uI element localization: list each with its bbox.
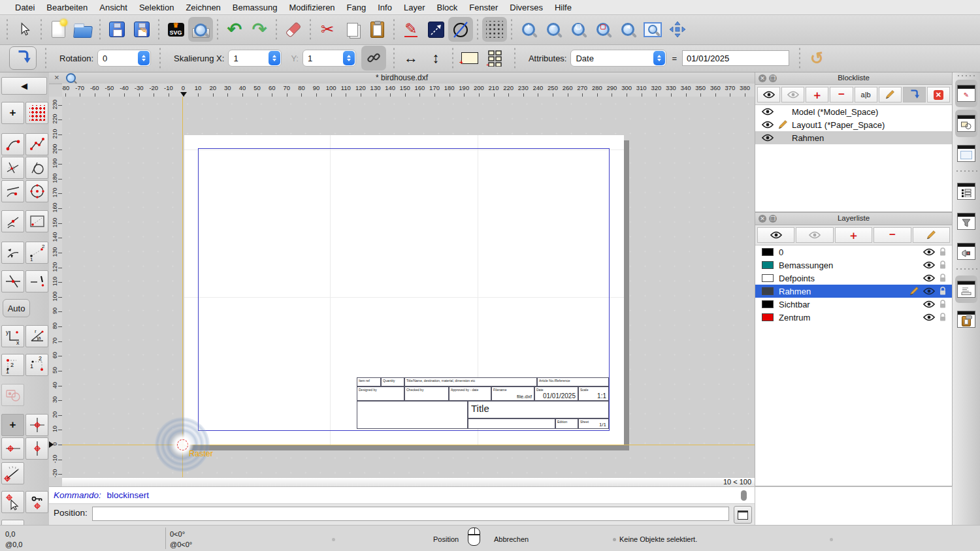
zoom-window-button[interactable] — [640, 17, 665, 42]
menu-block[interactable]: Block — [431, 3, 463, 12]
snap-nothing-button[interactable] — [25, 270, 48, 292]
menu-fenster[interactable]: Fenster — [463, 3, 504, 12]
layer-row-defpoints[interactable]: Defpoints — [755, 272, 952, 285]
snap-free-button[interactable]: + — [1, 102, 24, 124]
layer-row-sichtbar[interactable]: Sichtbar — [755, 298, 952, 311]
snap-intersection-manual-button[interactable] — [1, 270, 24, 292]
menu-bemassung[interactable]: Bemassung — [227, 3, 284, 12]
add-block-button[interactable]: ＋ — [806, 87, 828, 102]
coord-cartesian-button[interactable]: yx — [1, 325, 24, 347]
block-visibility-eye-icon[interactable] — [762, 134, 777, 142]
zoom-in-button[interactable]: + — [516, 17, 541, 42]
position-input[interactable] — [92, 507, 729, 521]
scale-y-spinner[interactable]: 1 — [302, 50, 356, 67]
scale-y-stepper[interactable] — [343, 51, 355, 65]
relative-zero-free-button[interactable]: + — [1, 414, 24, 436]
attribute-select[interactable]: Date — [570, 50, 666, 67]
menu-ansicht[interactable]: Ansicht — [93, 3, 133, 12]
block-row-rahmen[interactable]: Rahmen — [755, 131, 952, 144]
snap-reference-button[interactable] — [25, 210, 48, 232]
copy-button[interactable] — [340, 17, 365, 42]
shape-select-disabled-button[interactable] — [1, 384, 24, 406]
layer-row-zentrum[interactable]: Zentrum — [755, 311, 952, 324]
link-scale-toggle[interactable] — [361, 46, 386, 71]
menu-datei[interactable]: Datei — [9, 3, 41, 12]
print-preview-button[interactable] — [188, 17, 213, 42]
zoom-auto-button[interactable]: ▢ — [566, 17, 591, 42]
layer-row-0[interactable]: 0 — [755, 245, 952, 259]
layer-lock-icon[interactable] — [939, 247, 947, 257]
zoom-back-button[interactable]: ◄ — [615, 17, 640, 42]
menu-modifizieren[interactable]: Modifizieren — [284, 3, 341, 12]
move-relative-zero-h-button[interactable] — [1, 437, 24, 460]
menu-fang[interactable]: Fang — [341, 3, 372, 12]
block-visibility-eye-icon[interactable] — [762, 121, 777, 129]
hide-all-eye-button[interactable] — [796, 227, 833, 243]
delete-all-blocks-button[interactable]: ✕ — [927, 87, 950, 102]
open-file-button[interactable] — [71, 17, 95, 42]
cut-button[interactable]: ✂ — [315, 17, 340, 42]
layer-visibility-eye-icon[interactable] — [923, 300, 935, 308]
detach-command-window-button[interactable] — [734, 506, 752, 524]
array-insert-button[interactable]: + — [482, 46, 507, 71]
clipboard-window-toggle-button[interactable] — [955, 306, 977, 333]
paste-button[interactable] — [365, 17, 389, 42]
preview-window-toggle-button[interactable] — [955, 140, 977, 167]
insert-block-tool-button[interactable] — [9, 46, 37, 70]
add-layer-button[interactable]: ＋ — [835, 227, 872, 243]
snap-intersection-button[interactable] — [1, 157, 24, 179]
flip-horizontal-button[interactable]: ↔ — [399, 46, 423, 71]
back-button[interactable]: ◀ — [1, 77, 47, 95]
attribute-select-chevrons[interactable] — [653, 51, 665, 65]
menu-selektion[interactable]: Selektion — [133, 3, 180, 12]
command-line[interactable]: Kommando: blockinsert — [49, 486, 755, 504]
show-all-eye-button[interactable] — [757, 87, 780, 102]
block-row-model[interactable]: Model (*Model_Space) — [755, 105, 952, 118]
restrict-orthogonal-button[interactable] — [1, 242, 24, 264]
layer-lock-icon[interactable] — [939, 300, 947, 309]
remove-block-button[interactable]: − — [830, 87, 853, 102]
command-scrollbar[interactable] — [741, 490, 747, 501]
set-relative-zero-button[interactable] — [25, 414, 48, 436]
show-all-eye-button[interactable] — [757, 227, 794, 243]
insert-block-button[interactable] — [903, 87, 926, 102]
save-button[interactable] — [105, 17, 129, 42]
eraser-button[interactable] — [281, 17, 306, 42]
dock-strip-handle[interactable] — [956, 74, 976, 77]
rotation-stepper[interactable] — [138, 51, 150, 65]
scale-x-spinner[interactable]: 1 — [228, 50, 282, 67]
block-list-window-toggle-button[interactable] — [955, 110, 977, 137]
snap-points-order-button[interactable]: 12 — [25, 242, 48, 264]
snap-tangent-button[interactable] — [25, 157, 48, 179]
single-insert-button[interactable]: + — [457, 46, 482, 71]
menu-bearbeiten[interactable]: Bearbeiten — [41, 3, 93, 12]
move-relative-zero-v-button[interactable] — [25, 437, 48, 460]
reset-toolbar-button[interactable]: ↺ — [804, 46, 829, 71]
ref-points-prev-button[interactable]: 12 — [25, 354, 48, 376]
angle-indicator-button[interactable] — [1, 462, 24, 484]
ref-points-next-button[interactable]: 21 — [1, 354, 24, 376]
layer-row-rahmen[interactable]: Rahmen — [755, 285, 952, 298]
undo-button[interactable]: ↶ — [222, 17, 247, 42]
draw-circle-button[interactable] — [448, 17, 473, 42]
layer-list-window-toggle-button[interactable] — [955, 178, 977, 205]
hide-all-eye-button[interactable] — [781, 87, 804, 102]
block-visibility-eye-icon[interactable] — [762, 108, 777, 116]
pointer-button[interactable] — [12, 17, 37, 42]
block-row-layout1[interactable]: Layout1 (*Paper_Space) — [755, 118, 952, 131]
scale-x-stepper[interactable] — [269, 51, 280, 65]
layer-lock-icon[interactable] — [939, 274, 947, 283]
layer-lock-icon[interactable] — [939, 287, 947, 296]
layer-visibility-eye-icon[interactable] — [923, 313, 935, 321]
lock-relative-zero-button[interactable] — [25, 491, 48, 513]
layer-visibility-eye-icon[interactable] — [923, 248, 935, 256]
snap-center-button[interactable] — [25, 180, 48, 202]
layer-lock-icon[interactable] — [939, 313, 947, 322]
snap-auto-button[interactable]: Auto — [3, 299, 30, 317]
layer-visibility-eye-icon[interactable] — [923, 287, 935, 295]
layer-row-bemassungen[interactable]: Bemassungen — [755, 259, 952, 272]
new-file-button[interactable] — [46, 17, 71, 42]
flip-vertical-button[interactable]: ↕ — [423, 46, 448, 71]
zoom-out-button[interactable]: − — [541, 17, 566, 42]
rename-block-button[interactable]: a|b — [855, 87, 877, 102]
